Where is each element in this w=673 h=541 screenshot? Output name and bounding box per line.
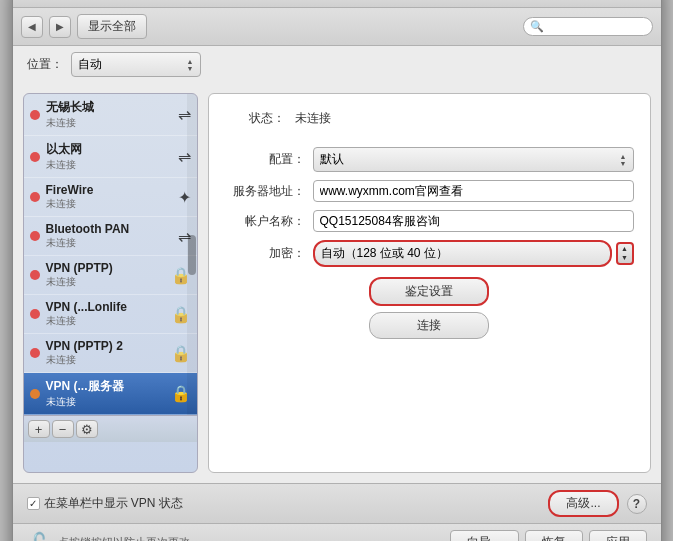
account-label: 帐户名称：: [225, 213, 305, 230]
remove-connection-button[interactable]: −: [52, 420, 74, 438]
encrypt-select[interactable]: 自动（128 位或 40 位）: [313, 240, 612, 267]
show-all-button[interactable]: 显示全部: [77, 14, 147, 39]
encrypt-select-wrap: 自动（128 位或 40 位） ▲ ▼: [313, 240, 634, 267]
sidebar-item-firewire[interactable]: FireWire 未连接 ✦: [24, 178, 197, 217]
sidebar-scroll-area: 无锡长城 未连接 ⇌ 以太网 未连接 ⇌: [24, 94, 197, 415]
apply-button[interactable]: 应用: [589, 530, 647, 541]
server-row: 服务器地址：: [225, 180, 634, 202]
toolbar: ◀ ▶ 显示全部 🔍: [13, 8, 661, 46]
sidebar-item-vpn-pptp2[interactable]: VPN (PPTP) 2 未连接 🔒: [24, 334, 197, 373]
account-input[interactable]: [313, 210, 634, 232]
item-status: 未连接: [46, 158, 174, 172]
location-arrows: ▲ ▼: [187, 58, 194, 72]
status-dot: [30, 110, 40, 120]
sidebar-bottom: + − ⚙: [24, 415, 197, 442]
lock-area: 🔓 点按锁按钮以防止再次更改。: [27, 531, 201, 542]
bottom-bar: 🔓 点按锁按钮以防止再次更改。 向导... 恢复 应用: [13, 523, 661, 541]
account-row: 帐户名称：: [225, 210, 634, 232]
location-bar: 位置： 自动 ▲ ▼: [13, 46, 661, 83]
status-dot: [30, 192, 40, 202]
sidebar-item-wuxichengcheng[interactable]: 无锡长城 未连接 ⇌: [24, 94, 197, 136]
status-dot: [30, 348, 40, 358]
sidebar-item-bluetooth-pan[interactable]: Bluetooth PAN 未连接 ⇌: [24, 217, 197, 256]
vpn-checkbox-area: 在菜单栏中显示 VPN 状态: [27, 495, 541, 512]
item-name: VPN (...Lonlife: [46, 300, 167, 314]
lock-text: 点按锁按钮以防止再次更改。: [58, 535, 201, 541]
auth-settings-button[interactable]: 鉴定设置: [369, 277, 489, 306]
scrollbar-thumb[interactable]: [188, 235, 196, 275]
config-label: 配置：: [225, 151, 305, 168]
search-box: 🔍: [523, 17, 653, 36]
wizard-button[interactable]: 向导...: [450, 530, 518, 541]
search-input[interactable]: [547, 21, 646, 33]
bottom-buttons: 向导... 恢复 应用: [450, 530, 646, 541]
advanced-button[interactable]: 高级...: [548, 490, 618, 517]
titlebar: 网络: [13, 0, 661, 8]
item-name: VPN (...服务器: [46, 378, 167, 395]
status-value: 未连接: [295, 110, 331, 127]
vpn-checkbox-label: 在菜单栏中显示 VPN 状态: [44, 495, 183, 512]
location-select[interactable]: 自动 ▲ ▼: [71, 52, 201, 77]
item-status: 未连接: [46, 353, 167, 367]
help-button[interactable]: ?: [627, 494, 647, 514]
sidebar-item-vpn-pptp[interactable]: VPN (PPTP) 未连接 🔒: [24, 256, 197, 295]
config-row: 配置： 默认 ▲ ▼: [225, 147, 634, 172]
item-name: FireWire: [46, 183, 174, 197]
server-input[interactable]: [313, 180, 634, 202]
sidebar: 无锡长城 未连接 ⇌ 以太网 未连接 ⇌: [23, 93, 198, 473]
content-area: 无锡长城 未连接 ⇌ 以太网 未连接 ⇌: [13, 83, 661, 483]
config-select[interactable]: 默认 ▲ ▼: [313, 147, 634, 172]
encrypt-label: 加密：: [225, 245, 305, 262]
status-dot: [30, 231, 40, 241]
status-row: 状态： 未连接: [225, 110, 634, 127]
item-name: VPN (PPTP) 2: [46, 339, 167, 353]
add-connection-button[interactable]: +: [28, 420, 50, 438]
sidebar-list: 无锡长城 未连接 ⇌ 以太网 未连接 ⇌: [24, 94, 197, 415]
connect-button[interactable]: 连接: [369, 312, 489, 339]
item-name: 以太网: [46, 141, 174, 158]
encrypt-value: 自动（128 位或 40 位）: [321, 245, 604, 262]
search-icon: 🔍: [530, 20, 544, 33]
item-name: 无锡长城: [46, 99, 174, 116]
restore-button[interactable]: 恢复: [525, 530, 583, 541]
item-name: VPN (PPTP): [46, 261, 167, 275]
item-status: 未连接: [46, 275, 167, 289]
server-label: 服务器地址：: [225, 183, 305, 200]
sidebar-item-vpn-lonlife[interactable]: VPN (...Lonlife 未连接 🔒: [24, 295, 197, 334]
item-status: 未连接: [46, 236, 174, 250]
vpn-status-checkbox[interactable]: [27, 497, 40, 510]
status-dot: [30, 270, 40, 280]
item-status: 未连接: [46, 395, 167, 409]
location-value: 自动: [78, 56, 183, 73]
item-status: 未连接: [46, 314, 167, 328]
settings-button[interactable]: ⚙: [76, 420, 98, 438]
lock-icon[interactable]: 🔓: [27, 531, 52, 542]
status-dot: [30, 309, 40, 319]
location-label: 位置：: [27, 56, 63, 73]
footer-bar: 在菜单栏中显示 VPN 状态 高级... ?: [13, 483, 661, 523]
action-buttons: 鉴定设置 连接: [225, 277, 634, 339]
sidebar-item-ethernet[interactable]: 以太网 未连接 ⇌: [24, 136, 197, 178]
config-value: 默认: [320, 151, 616, 168]
status-dot: [30, 389, 40, 399]
network-window: 网络 ◀ ▶ 显示全部 🔍 位置： 自动 ▲ ▼: [12, 0, 662, 541]
forward-button[interactable]: ▶: [49, 16, 71, 38]
back-button[interactable]: ◀: [21, 16, 43, 38]
encrypt-arrows-button[interactable]: ▲ ▼: [616, 242, 634, 265]
status-dot: [30, 152, 40, 162]
window-title: 网络: [324, 0, 350, 3]
status-label: 状态：: [225, 110, 285, 127]
sidebar-item-vpn-server[interactable]: VPN (...服务器 未连接 🔒: [24, 373, 197, 415]
item-name: Bluetooth PAN: [46, 222, 174, 236]
item-status: 未连接: [46, 116, 174, 130]
main-panel: 状态： 未连接 配置： 默认 ▲ ▼ 服务器地址：: [208, 93, 651, 473]
sidebar-scrollbar[interactable]: [187, 94, 197, 415]
item-status: 未连接: [46, 197, 174, 211]
config-arrows: ▲ ▼: [620, 153, 627, 167]
encrypt-row: 加密： 自动（128 位或 40 位） ▲ ▼: [225, 240, 634, 267]
